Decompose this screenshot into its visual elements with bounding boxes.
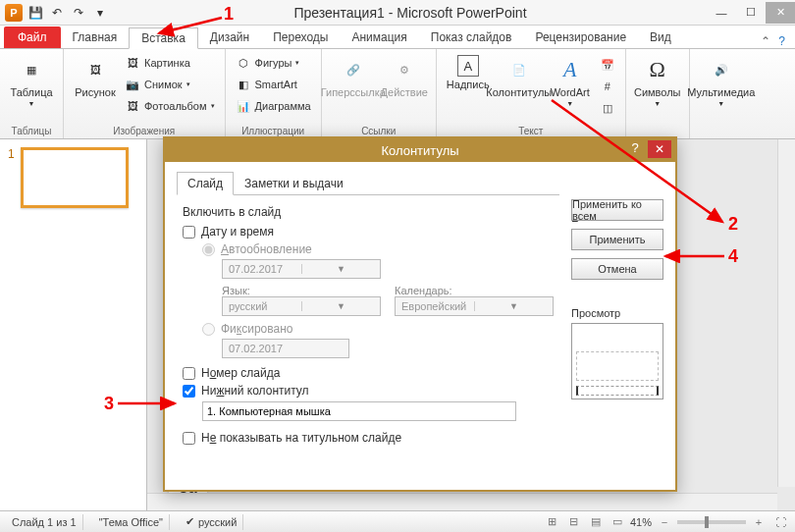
tab-review[interactable]: Рецензирование: [523, 27, 638, 48]
table-button[interactable]: ▦ Таблица▼: [8, 51, 55, 107]
object-icon: ◫: [600, 100, 615, 116]
dialog-title-bar[interactable]: Колонтитулы ? ✕: [165, 138, 675, 162]
fixed-label: Фиксировано: [221, 322, 292, 336]
sorter-view-icon[interactable]: ⊟: [565, 514, 583, 530]
chevron-down-icon: ▼: [474, 301, 553, 311]
media-button[interactable]: 🔊Мультимедиа▼: [698, 51, 745, 107]
tab-insert[interactable]: Вставка: [129, 27, 198, 49]
header-footer-icon: 📄: [504, 55, 534, 84]
date-button[interactable]: 📅: [598, 55, 617, 75]
fit-to-window-icon[interactable]: ⛶: [771, 514, 789, 530]
header-footer-dialog: Колонтитулы ? ✕ Слайд Заметки и выдачи В…: [163, 136, 677, 492]
smartart-icon: ◧: [236, 77, 251, 92]
chevron-down-icon: ▼: [301, 264, 380, 274]
slide-thumbnails-pane[interactable]: 1: [0, 139, 147, 510]
save-icon[interactable]: 💾: [26, 3, 45, 23]
media-icon: 🔊: [707, 55, 736, 84]
slide-number-label: Номер слайда: [201, 366, 280, 380]
hyperlink-icon: 🔗: [339, 55, 368, 84]
footer-checkbox[interactable]: [183, 385, 195, 398]
tab-slideshow[interactable]: Показ слайдов: [419, 27, 524, 48]
tab-view[interactable]: Вид: [638, 27, 683, 48]
spellcheck-icon: ✔: [186, 515, 194, 528]
textbox-icon: A: [457, 55, 479, 77]
dialog-close-button[interactable]: ✕: [648, 140, 671, 158]
zoom-slider[interactable]: [677, 520, 746, 524]
symbols-button[interactable]: ΩСимволы▼: [634, 51, 681, 107]
album-icon: 🖼: [125, 98, 140, 114]
minimize-ribbon-icon[interactable]: ⌃: [761, 34, 770, 48]
smartart-button[interactable]: ◧SmartArt: [234, 75, 313, 94]
datetime-checkbox[interactable]: [183, 226, 195, 239]
normal-view-icon[interactable]: ⊞: [544, 514, 561, 530]
zoom-out-button[interactable]: −: [656, 514, 673, 530]
apply-button[interactable]: Применить: [571, 229, 663, 250]
no-title-checkbox[interactable]: [183, 432, 195, 445]
hyperlink-button[interactable]: 🔗Гиперссылка: [330, 51, 377, 98]
tab-design[interactable]: Дизайн: [198, 27, 261, 48]
vertical-scrollbar[interactable]: [777, 139, 795, 487]
calendar-combo: Европейский▼: [395, 296, 554, 316]
action-button[interactable]: ⚙Действие: [381, 51, 428, 98]
redo-icon[interactable]: ↷: [69, 3, 88, 23]
autoupdate-label: Автообновление: [221, 242, 312, 256]
reading-view-icon[interactable]: ▤: [587, 514, 605, 530]
status-language[interactable]: ✔русский: [180, 514, 243, 530]
table-icon: ▦: [17, 55, 46, 84]
dialog-title: Колонтитулы: [381, 143, 458, 158]
chart-button[interactable]: 📊Диаграмма: [234, 96, 313, 116]
slide-thumbnail[interactable]: [21, 147, 129, 208]
shapes-icon: ⬡: [236, 55, 251, 71]
textbox-button[interactable]: AНадпись: [445, 51, 492, 90]
dialog-tabs: Слайд Заметки и выдачи: [177, 172, 559, 195]
minimize-button[interactable]: —: [707, 2, 736, 24]
wordart-button[interactable]: AWordArt▼: [547, 51, 594, 107]
photoalbum-button[interactable]: 🖼Фотоальбом▾: [123, 96, 217, 116]
file-tab[interactable]: Файл: [4, 27, 61, 48]
footer-text-input[interactable]: [202, 401, 516, 421]
fixed-date-input: 07.02.2017: [222, 339, 349, 358]
tab-animation[interactable]: Анимация: [340, 27, 418, 48]
close-button[interactable]: ✕: [766, 2, 795, 24]
qa-customize-icon[interactable]: ▾: [90, 3, 110, 23]
object-button[interactable]: ◫: [598, 98, 617, 118]
annotation-3: 3: [104, 394, 114, 414]
dialog-help-button[interactable]: ?: [624, 140, 646, 158]
datetime-label: ДДату и времяату и время: [201, 225, 274, 239]
include-in-slide-label: Включить в слайд: [183, 205, 554, 219]
annotation-2: 2: [728, 214, 738, 235]
slidenum-button[interactable]: #: [598, 77, 617, 96]
window-title: Презентация1 - Microsoft PowerPoint: [114, 5, 707, 21]
header-footer-button[interactable]: 📄Колонтитулы: [496, 51, 543, 98]
shapes-button[interactable]: ⬡Фигуры▾: [234, 53, 313, 73]
tab-slide[interactable]: Слайд: [177, 172, 234, 195]
maximize-button[interactable]: ☐: [736, 2, 766, 24]
tab-home[interactable]: Главная: [61, 27, 130, 48]
action-icon: ⚙: [390, 55, 419, 84]
help-icon[interactable]: ?: [778, 34, 785, 48]
horizontal-scrollbar[interactable]: [147, 493, 777, 510]
status-slide[interactable]: Слайд 1 из 1: [6, 514, 83, 530]
screenshot-button[interactable]: 📷Снимок▾: [123, 75, 217, 94]
app-icon[interactable]: P: [4, 3, 24, 23]
tab-notes[interactable]: Заметки и выдачи: [234, 172, 354, 195]
clipart-button[interactable]: 🖼Картинка: [123, 53, 217, 73]
apply-all-button[interactable]: Применить ко всем: [571, 199, 663, 221]
date-icon: 📅: [600, 57, 615, 73]
window-controls: — ☐ ✕: [707, 2, 795, 24]
picture-button[interactable]: 🖼 Рисунок: [72, 51, 119, 98]
chart-icon: 📊: [236, 98, 251, 114]
undo-icon[interactable]: ↶: [47, 3, 67, 23]
zoom-in-button[interactable]: +: [750, 514, 768, 530]
ribbon: ▦ Таблица▼ Таблицы 🖼 Рисунок 🖼Картинка 📷…: [0, 49, 795, 139]
language-combo: русский▼: [222, 296, 381, 316]
cancel-button[interactable]: Отмена: [571, 258, 663, 280]
zoom-level[interactable]: 41%: [630, 516, 652, 528]
slide-number-checkbox[interactable]: [183, 367, 195, 380]
preview-frame: [571, 323, 663, 399]
thumbnail-item[interactable]: 1: [8, 147, 138, 208]
status-theme[interactable]: "Тема Office": [93, 514, 170, 530]
language-label: Язык:: [222, 285, 377, 296]
slideshow-view-icon[interactable]: ▭: [609, 514, 626, 530]
tab-transitions[interactable]: Переходы: [261, 27, 340, 48]
